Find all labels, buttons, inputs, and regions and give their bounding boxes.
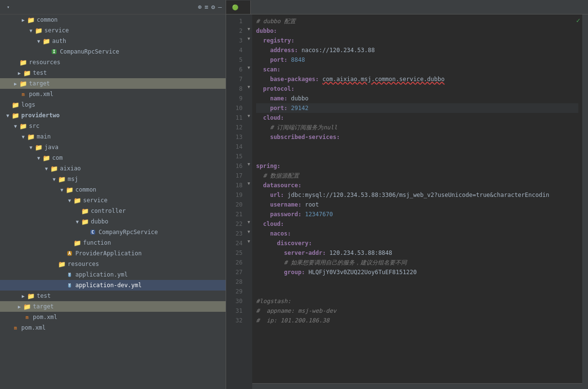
tree-item[interactable]: Yapplication.yml (0, 269, 226, 280)
tree-arrow[interactable]: ▼ (66, 196, 73, 204)
line-number: 15 (229, 152, 243, 161)
fold-indicator[interactable]: ▼ (245, 82, 252, 92)
code-line: # 订阅端订阅服务为null (256, 123, 578, 132)
fold-indicator (245, 246, 252, 256)
fold-indicator (245, 140, 252, 150)
tree-item[interactable]: ▼📁common (0, 184, 226, 195)
tree-item[interactable]: ▼📁java (0, 142, 226, 153)
code-segment: # 订阅端订阅服务为null (270, 123, 337, 132)
tree-item[interactable]: 📁function (0, 237, 226, 248)
tree-item[interactable]: ▼📁msj (0, 174, 226, 184)
tree-label: logs (21, 101, 35, 108)
project-tree: ▶📁common▼📁service▼📁authICompanuRpcServic… (0, 14, 226, 389)
code-segment: # dubbo 配置 (256, 16, 296, 26)
fold-indicator (245, 294, 252, 304)
tree-arrow[interactable]: ▶ (12, 80, 19, 87)
tree-arrow (58, 271, 66, 278)
code-segment (301, 200, 305, 209)
tree-item[interactable]: CCompanyRpcService (0, 227, 226, 237)
tree-item[interactable]: ▼📁dubbo (0, 216, 226, 227)
tree-item[interactable]: ▼📁aixiao (0, 163, 226, 174)
tree-item[interactable]: 📁controller (0, 206, 226, 216)
tree-arrow[interactable]: ▼ (27, 143, 35, 151)
collapse-icon[interactable]: ≡ (205, 3, 209, 11)
fold-indicator[interactable]: ▼ (245, 227, 252, 236)
tree-item[interactable]: ▼📁main (0, 131, 226, 142)
tree-item[interactable]: mpom.xml (0, 322, 226, 333)
code-segment (319, 74, 322, 84)
right-scrollbar[interactable] (582, 14, 588, 389)
tree-arrow[interactable]: ▼ (27, 27, 35, 34)
tree-item[interactable]: 📁logs (0, 99, 226, 110)
fold-indicator[interactable]: ▼ (245, 217, 252, 227)
tree-icon: 📁 (58, 260, 66, 268)
code-segment: 12347670 (305, 209, 333, 219)
line-number: 31 (229, 306, 243, 316)
code-area[interactable]: # dubbo 配置dubbo: registry: address: naco… (252, 14, 582, 383)
code-segment: name: (270, 94, 287, 103)
tree-item[interactable]: ▼📁providertwo (0, 110, 226, 121)
editor-wrapper: # dubbo 配置dubbo: registry: address: naco… (252, 14, 582, 389)
tree-arrow[interactable]: ▼ (50, 175, 58, 183)
tree-item[interactable]: ▶📁target (0, 301, 226, 312)
fold-indicator[interactable]: ▼ (245, 179, 252, 188)
tree-item[interactable]: ▶📁test (0, 68, 226, 78)
tree-icon: I (50, 48, 58, 56)
tree-arrow[interactable]: ▶ (15, 69, 23, 77)
fold-indicator[interactable]: ▼ (245, 159, 252, 169)
code-segment: # 数据源配置 (263, 171, 299, 181)
tree-item[interactable]: ▶📁target (0, 78, 226, 89)
tree-item[interactable]: ▼📁auth (0, 36, 226, 46)
locate-icon[interactable]: ⊕ (198, 3, 202, 11)
tree-arrow[interactable]: ▼ (35, 154, 43, 162)
fold-indicator (245, 208, 252, 217)
tree-item[interactable]: 📁resources (0, 57, 226, 68)
code-segment (256, 132, 270, 142)
tree-item[interactable]: ▼📁service (0, 25, 226, 36)
tree-item[interactable]: ▼📁service (0, 195, 226, 206)
tree-arrow[interactable]: ▼ (4, 111, 12, 119)
tree-arrow[interactable]: ▶ (19, 16, 27, 24)
line-number: 27 (229, 267, 243, 277)
tree-item[interactable]: ▼📁src (0, 121, 226, 131)
code-segment (287, 94, 291, 103)
tree-item[interactable]: mpom.xml (0, 89, 226, 99)
tree-arrow[interactable]: ▼ (12, 122, 19, 130)
editor-tab-active[interactable]: 🟢 (226, 0, 251, 14)
tree-arrow[interactable]: ▶ (15, 303, 23, 310)
code-segment (305, 267, 308, 277)
minimize-icon[interactable]: — (218, 3, 222, 11)
tree-item[interactable]: ICompanuRpcService (0, 46, 226, 57)
fold-indicator[interactable]: ▼ (245, 34, 252, 43)
tree-item[interactable]: Yapplication-dev.yml (0, 280, 226, 291)
tree-item[interactable]: ▼📁com (0, 153, 226, 163)
tree-arrow[interactable]: ▼ (73, 218, 81, 225)
dropdown-icon[interactable]: ▾ (7, 4, 10, 10)
bottom-scrollbar[interactable] (252, 383, 582, 389)
fold-indicator[interactable]: ▼ (245, 63, 252, 72)
tree-item[interactable]: mpom.xml (0, 312, 226, 322)
line-number: 23 (229, 229, 243, 238)
code-segment: port: (270, 103, 287, 113)
line-number: 12 (229, 123, 243, 132)
tree-arrow (50, 260, 58, 268)
fold-indicator[interactable]: ▼ (245, 236, 252, 246)
fold-indicator[interactable]: ▼ (245, 111, 252, 121)
tree-label: dubbo (91, 218, 108, 225)
line-number: 28 (229, 277, 243, 287)
code-segment (256, 103, 270, 113)
tree-arrow[interactable]: ▼ (35, 37, 43, 45)
fold-indicator[interactable]: ▼ (245, 24, 252, 34)
settings-icon[interactable]: ⚙ (211, 3, 215, 11)
tree-item[interactable]: ▶📁test (0, 291, 226, 301)
tree-arrow[interactable]: ▼ (58, 186, 66, 194)
tree-arrow[interactable]: ▼ (19, 133, 27, 140)
tree-icon: m (23, 313, 31, 321)
tree-arrow[interactable]: ▶ (19, 292, 27, 300)
tree-item[interactable]: AProviderApplication (0, 248, 226, 259)
tree-item[interactable]: ▶📁common (0, 14, 226, 25)
tree-item[interactable]: 📁resources (0, 259, 226, 269)
panel-controls: ⊕ ≡ ⚙ — (198, 3, 222, 11)
tree-arrow[interactable]: ▼ (43, 165, 50, 172)
code-line: protocol: (256, 84, 578, 94)
